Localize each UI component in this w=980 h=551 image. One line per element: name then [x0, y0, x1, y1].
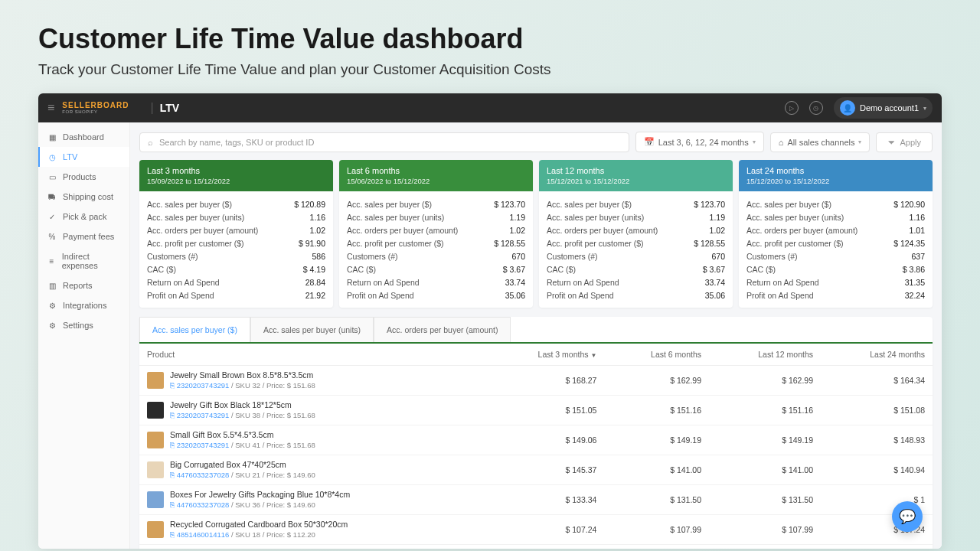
user-menu[interactable]: 👤 Demo account1 ▾ — [834, 97, 933, 119]
table-row[interactable]: Small Gift Box 5.5*4.5*3.5cm⎘ 2320203743… — [139, 425, 933, 455]
sidebar-item-reports[interactable]: ▥Reports — [38, 276, 129, 295]
card-range: 15/09/2022 to 15/12/2022 — [147, 177, 325, 185]
metric-label: Customers (#) — [547, 252, 598, 261]
table-row[interactable]: Big Corrugated Box 47*40*25cm⎘ 447603323… — [139, 455, 933, 484]
column-header[interactable]: Last 24 months — [821, 344, 933, 366]
sidebar-item-settings[interactable]: ⚙Settings — [38, 315, 129, 335]
metric-value: 1.19 — [710, 213, 725, 222]
metric-label: CAC ($) — [547, 265, 576, 274]
column-header[interactable]: Last 3 months ▼ — [486, 344, 604, 366]
column-header[interactable]: Last 6 months — [604, 344, 709, 366]
sidebar-item-indirect-expenses[interactable]: ≡Indirect expenses — [38, 246, 129, 276]
chat-bubble-icon[interactable]: 💬 — [892, 501, 923, 532]
cell-value: $ 105.79 — [709, 544, 821, 549]
product-sku[interactable]: 2320203743291 — [177, 441, 230, 449]
column-header[interactable]: Last 12 months — [709, 344, 821, 366]
card-title: Last 6 months — [347, 166, 525, 175]
chevron-down-icon: ▾ — [923, 105, 926, 112]
product-sku[interactable]: 2320203743291 — [177, 381, 230, 390]
product-thumb — [147, 521, 164, 538]
metric-label: Customers (#) — [147, 252, 198, 261]
metric-value: $ 120.89 — [294, 200, 325, 209]
clock-icon[interactable]: ◷ — [809, 101, 823, 115]
metric-value: $ 91.90 — [299, 239, 325, 248]
metric-label: Acc. sales per buyer ($) — [147, 200, 232, 209]
sidebar-item-ltv[interactable]: ◷LTV — [38, 147, 129, 167]
sidebar-item-payment-fees[interactable]: %Payment fees — [38, 227, 129, 246]
user-avatar-icon: 👤 — [840, 100, 855, 116]
cell-value: $ 141.00 — [709, 455, 821, 484]
product-detail: SKU 41 / Price: $ 151.68 — [235, 441, 315, 449]
play-icon[interactable]: ▷ — [785, 101, 799, 115]
cell-value: $ 141.00 — [604, 455, 709, 484]
metric-value: $ 123.70 — [694, 200, 725, 209]
table-row[interactable]: Boxes For Jewelry Gifts Packaging Blue 1… — [139, 484, 933, 514]
column-header[interactable]: Product — [139, 344, 486, 366]
metric-value: 33.74 — [705, 278, 725, 287]
apply-button[interactable]: ⏷ Apply — [876, 132, 933, 152]
table-row[interactable]: Recycled Corrugated Cardboard Box 50*30*… — [139, 514, 933, 544]
date-range-label: Last 3, 6, 12, 24 months — [658, 138, 749, 147]
cell-value: $ 151.16 — [604, 395, 709, 425]
card-range: 15/06/2022 to 15/12/2022 — [347, 177, 525, 185]
cell-value: $ 149.19 — [604, 425, 709, 455]
metric-label: Acc. sales per buyer (units) — [547, 213, 644, 222]
product-sku[interactable]: 2320203743291 — [177, 411, 230, 419]
channels-filter[interactable]: ⌂ All sales channels ▾ — [770, 132, 871, 152]
table-row[interactable]: Black Gift Box 10*8*6cm⎘ 4479069356068 /… — [139, 544, 933, 549]
page-subtitle: Track your Customer Life Time Value and … — [38, 61, 942, 78]
metric-label: CAC ($) — [347, 265, 376, 274]
link-icon: ⎘ — [170, 471, 175, 479]
logo: SELLERBOARD FOR SHOPIFY — [62, 102, 129, 114]
product-sku[interactable]: 4476033237028 — [177, 500, 230, 509]
product-detail: SKU 36 / Price: $ 149.60 — [235, 500, 315, 509]
sidebar-item-dashboard[interactable]: ▦Dashboard — [38, 127, 129, 147]
tab[interactable]: Acc. sales per buyer ($) — [139, 317, 250, 342]
cell-value: $ 151.16 — [709, 395, 821, 425]
cell-value: $ 107.99 — [604, 514, 709, 544]
chevron-down-icon: ▾ — [858, 139, 861, 145]
metric-value: $ 120.90 — [893, 200, 925, 209]
metric-label: Acc. profit per customer ($) — [746, 239, 844, 248]
chevron-down-icon: ▾ — [753, 139, 756, 145]
tab[interactable]: Acc. orders per buyer (amount) — [374, 317, 511, 342]
nav-icon: ⛟ — [47, 193, 57, 201]
metric-label: Acc. sales per buyer ($) — [746, 200, 831, 209]
cell-value: $ 168.27 — [486, 366, 604, 396]
metric-value: 670 — [511, 252, 525, 261]
metric-label: Acc. orders per buyer (amount) — [746, 226, 858, 235]
cell-value: $ 140.94 — [821, 455, 933, 484]
nav-icon: % — [47, 233, 57, 241]
sidebar-item-pick-pack[interactable]: ✓Pick & pack — [38, 207, 129, 227]
table-row[interactable]: Jewelry Gift Box Black 18*12*5cm⎘ 232020… — [139, 395, 933, 425]
date-range-filter[interactable]: 📅 Last 3, 6, 12, 24 months ▾ — [635, 132, 764, 152]
search-input[interactable]: ⌕ Search by name, tags, SKU or product I… — [139, 132, 629, 152]
menu-icon[interactable]: ≡ — [47, 101, 54, 115]
sidebar-item-integrations[interactable]: ⚙Integrations — [38, 295, 129, 315]
table-row[interactable]: Jewelry Small Brown Box 8.5*8.5*3.5cm⎘ 2… — [139, 366, 933, 396]
product-detail: SKU 38 / Price: $ 151.68 — [235, 411, 315, 419]
metric-card: Last 12 months15/12/2021 to 15/12/2022Ac… — [539, 160, 733, 308]
metric-value: $ 3.67 — [703, 265, 725, 274]
nav-icon: ◷ — [47, 153, 57, 161]
apply-label: Apply — [900, 138, 921, 147]
search-icon: ⌕ — [148, 138, 153, 147]
card-title: Last 24 months — [746, 166, 925, 175]
cell-value: $ 148.93 — [821, 425, 933, 455]
metric-value: 1.16 — [910, 213, 925, 222]
sidebar-item-shipping-cost[interactable]: ⛟Shipping cost — [38, 187, 129, 207]
metric-label: Acc. profit per customer ($) — [147, 239, 244, 248]
product-thumb — [147, 491, 164, 508]
sidebar-item-products[interactable]: ▭Products — [38, 167, 129, 187]
metric-label: Acc. sales per buyer ($) — [547, 200, 632, 209]
topbar: ≡ SELLERBOARD FOR SHOPIFY | LTV ▷ ◷ 👤 De… — [38, 93, 942, 122]
tab[interactable]: Acc. sales per buyer (units) — [250, 317, 374, 342]
nav-label: Settings — [63, 321, 93, 330]
metric-label: Profit on Ad Spend — [746, 291, 814, 300]
product-sku[interactable]: 4476033237028 — [177, 471, 230, 479]
breadcrumb: LTV — [160, 102, 179, 114]
product-sku[interactable]: 4851460014116 — [177, 530, 230, 539]
nav-icon: ⚙ — [47, 321, 57, 330]
nav-label: Payment fees — [63, 232, 114, 241]
sidebar: ▦Dashboard◷LTV▭Products⛟Shipping cost✓Pi… — [38, 122, 130, 549]
